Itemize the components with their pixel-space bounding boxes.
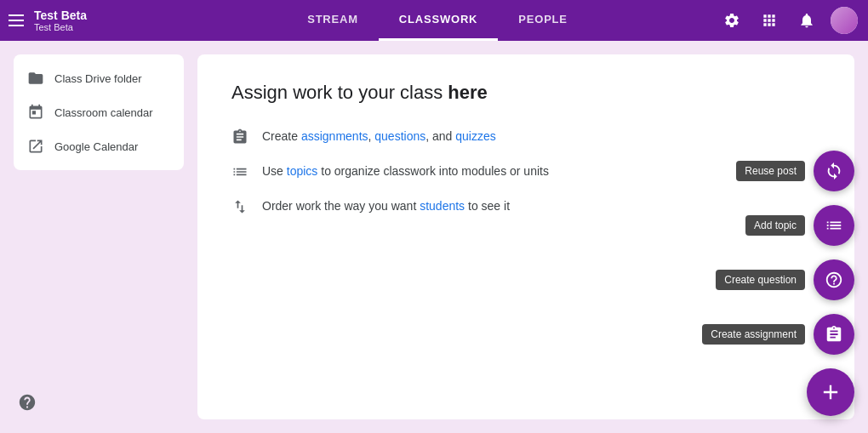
sidebar-item-google-calendar[interactable]: Google Calendar xyxy=(14,129,184,163)
plus-icon xyxy=(819,380,842,404)
sidebar-item-class-drive[interactable]: Class Drive folder xyxy=(14,61,184,95)
fab-group-reuse: Reuse post xyxy=(736,151,854,191)
apps-icon xyxy=(761,12,778,29)
app-main-title: Test Beta xyxy=(34,9,87,22)
avatar-button[interactable] xyxy=(827,3,861,37)
sort-icon xyxy=(231,198,248,215)
main-fab-button[interactable] xyxy=(807,368,854,416)
notifications-icon xyxy=(798,12,815,29)
reuse-icon xyxy=(825,162,843,180)
sidebar-item-classroom-calendar[interactable]: Classroom calendar xyxy=(14,95,184,129)
user-avatar xyxy=(831,7,858,34)
fab-area: Reuse post Add topic Create question Cre… xyxy=(702,151,854,416)
question-icon xyxy=(825,271,843,289)
create-question-tooltip: Create question xyxy=(716,270,805,290)
assign-item-order-text: Order work the way you want students to … xyxy=(262,197,510,215)
settings-icon xyxy=(723,12,740,29)
create-question-button[interactable] xyxy=(814,259,854,300)
list-fab-icon xyxy=(825,216,843,235)
assign-item-create: Create assignments, questions, and quizz… xyxy=(231,128,820,145)
app-header: Test Beta Test Beta STREAM CLASSWORK PEO… xyxy=(0,0,868,41)
reuse-post-button[interactable] xyxy=(814,151,854,191)
tab-classwork[interactable]: CLASSWORK xyxy=(379,0,498,41)
create-assignment-tooltip: Create assignment xyxy=(702,324,805,345)
fab-group-topic: Add topic xyxy=(745,205,854,246)
list-icon xyxy=(231,163,248,180)
tab-people[interactable]: PEOPLE xyxy=(498,0,588,41)
header-left: Test Beta Test Beta xyxy=(7,9,160,32)
sidebar-item-google-calendar-label: Google Calendar xyxy=(54,140,138,153)
folder-icon xyxy=(27,70,44,87)
assign-item-create-text: Create assignments, questions, and quizz… xyxy=(262,128,496,145)
fab-group-question: Create question xyxy=(716,259,854,300)
header-right xyxy=(715,3,861,37)
app-sub-title: Test Beta xyxy=(34,22,87,32)
settings-button[interactable] xyxy=(715,3,749,37)
sidebar-item-classroom-calendar-label: Classroom calendar xyxy=(54,106,153,119)
header-title: Test Beta Test Beta xyxy=(34,9,87,32)
help-button[interactable] xyxy=(14,389,41,416)
reuse-post-tooltip: Reuse post xyxy=(736,161,805,181)
doc-icon xyxy=(825,325,843,344)
assignment-icon xyxy=(231,128,248,145)
sidebar: Class Drive folder Classroom calendar Go… xyxy=(14,54,184,170)
create-assignment-button[interactable] xyxy=(814,314,854,355)
add-topic-tooltip: Add topic xyxy=(745,215,805,236)
add-topic-button[interactable] xyxy=(814,205,854,246)
header-nav: STREAM CLASSWORK PEOPLE xyxy=(160,0,715,41)
calendar-icon xyxy=(27,104,44,121)
sidebar-item-class-drive-label: Class Drive folder xyxy=(54,72,142,85)
help-icon xyxy=(18,393,37,412)
tab-stream[interactable]: STREAM xyxy=(287,0,379,41)
external-link-icon xyxy=(27,138,44,155)
hamburger-icon[interactable] xyxy=(7,10,27,31)
notifications-button[interactable] xyxy=(790,3,824,37)
fab-group-assignment: Create assignment xyxy=(702,314,854,355)
assign-item-topics-text: Use topics to organize classwork into mo… xyxy=(262,162,549,180)
assign-heading: Assign work to your class here xyxy=(231,82,820,104)
apps-button[interactable] xyxy=(752,3,786,37)
